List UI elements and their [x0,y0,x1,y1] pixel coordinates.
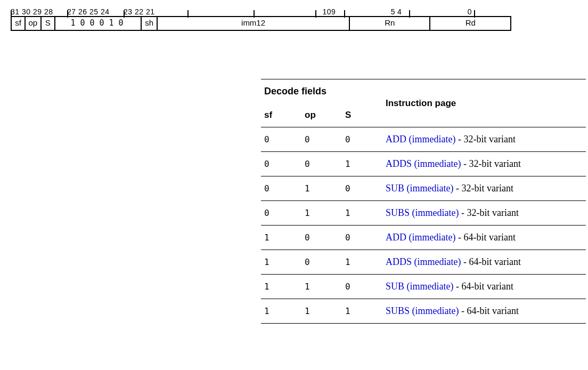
bits-27-24: 27 26 25 24 [67,7,124,16]
decode-table: Decode fields Instruction page sf op S 0… [261,79,586,324]
cell-S: 0 [342,176,382,201]
cell-instruction: ADDS (immediate) - 64-bit variant [382,250,586,275]
instruction-link[interactable]: SUB (immediate) [386,183,453,194]
field-sf: sf [12,17,26,30]
bit-9: 9 [331,7,344,16]
cell-instruction: ADD (immediate) - 64-bit variant [382,226,586,250]
cell-S: 0 [342,275,382,299]
variant-text: - 32-bit variant [455,134,515,144]
cell-instruction: SUB (immediate) - 32-bit variant [382,176,586,201]
encoding-diagram: 31 30 29 28 27 26 25 24 23 22 21 10 9 5 … [11,5,511,31]
cell-sf: 0 [261,176,301,201]
cell-op: 1 [301,201,342,226]
cell-sf: 0 [261,152,301,176]
variant-text: - 64-bit variant [453,281,513,292]
bit-0: 0 [409,7,474,16]
cell-instruction: SUB (immediate) - 64-bit variant [382,275,586,299]
field-fixed: 100010 [55,17,142,30]
instruction-link[interactable]: ADD (immediate) [386,134,455,144]
table-row: 100ADD (immediate) - 64-bit variant [261,226,586,250]
variant-text: - 64-bit variant [455,232,515,243]
cell-sf: 1 [261,299,301,324]
cell-op: 0 [301,127,342,152]
bit-number-row: 31 30 29 28 27 26 25 24 23 22 21 10 9 5 … [11,5,511,16]
cell-sf: 1 [261,250,301,275]
field-S: S [42,17,55,30]
bits-23-21: 23 22 21 [124,7,187,16]
cell-instruction: SUBS (immediate) - 64-bit variant [382,299,586,324]
instruction-link[interactable]: ADD (immediate) [386,232,455,243]
table-row: 110SUB (immediate) - 64-bit variant [261,275,586,299]
cell-S: 0 [342,127,382,152]
table-row: 011SUBS (immediate) - 32-bit variant [261,201,586,226]
table-row: 101ADDS (immediate) - 64-bit variant [261,250,586,275]
bits-31-28: 31 30 29 28 [11,7,67,16]
variant-text: - 32-bit variant [461,158,520,169]
bit-10: 10 [315,7,331,16]
bit-5: 5 [344,7,397,16]
cell-sf: 0 [261,201,301,226]
field-imm12: imm12 [158,17,350,30]
cell-S: 0 [342,226,382,250]
cell-op: 1 [301,176,342,201]
instruction-page-header: Instruction page [382,79,586,127]
field-op: op [26,17,42,30]
cell-sf: 1 [261,226,301,250]
cell-sf: 0 [261,127,301,152]
cell-op: 1 [301,275,342,299]
table-row: 000ADD (immediate) - 32-bit variant [261,127,586,152]
cell-instruction: SUBS (immediate) - 32-bit variant [382,201,586,226]
cell-instruction: ADDS (immediate) - 32-bit variant [382,152,586,176]
cell-S: 1 [342,152,382,176]
field-Rn: Rn [350,17,431,30]
cell-op: 0 [301,226,342,250]
variant-text: - 32-bit variant [453,183,513,194]
cell-S: 1 [342,299,382,324]
cell-op: 0 [301,250,342,275]
variant-text: - 64-bit variant [459,305,519,316]
instruction-link[interactable]: SUBS (immediate) [386,305,459,316]
table-row: 111SUBS (immediate) - 64-bit variant [261,299,586,324]
instruction-link[interactable]: SUBS (immediate) [386,207,459,218]
cell-sf: 1 [261,275,301,299]
variant-text: - 32-bit variant [459,207,519,218]
col-op: op [301,103,342,127]
field-Rd: Rd [430,17,510,30]
decode-fields-header: Decode fields [261,79,382,104]
bit-4: 4 [397,7,409,16]
instruction-link[interactable]: SUB (immediate) [386,281,453,292]
cell-S: 1 [342,201,382,226]
col-sf: sf [261,103,301,127]
cell-op: 0 [301,152,342,176]
cell-S: 1 [342,250,382,275]
col-S: S [342,103,382,127]
field-row: sf op S 100010 sh imm12 Rn Rd [11,16,511,31]
table-row: 001ADDS (immediate) - 32-bit variant [261,152,586,176]
variant-text: - 64-bit variant [461,256,520,267]
cell-instruction: ADD (immediate) - 32-bit variant [382,127,586,152]
cell-op: 1 [301,299,342,324]
table-row: 010SUB (immediate) - 32-bit variant [261,176,586,201]
field-sh: sh [142,17,158,30]
instruction-link[interactable]: ADDS (immediate) [386,158,461,169]
instruction-link[interactable]: ADDS (immediate) [386,256,461,267]
